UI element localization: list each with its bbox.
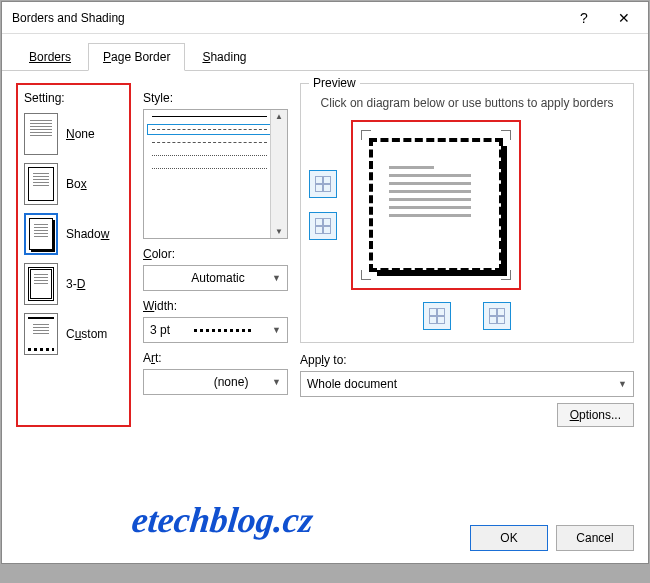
width-label: Width: (143, 299, 288, 313)
help-button[interactable]: ? (564, 3, 604, 33)
preview-legend: Preview (309, 76, 360, 90)
setting-none[interactable]: None (24, 113, 125, 155)
style-dotted[interactable] (152, 155, 267, 156)
tab-page-border[interactable]: Page Border (88, 43, 185, 71)
setting-custom-thumb (24, 313, 58, 355)
setting-shadow-label: Shadow (66, 227, 109, 241)
close-button[interactable]: ✕ (604, 3, 644, 33)
setting-shadow-thumb (24, 213, 58, 255)
setting-box-label: Box (66, 177, 87, 191)
apply-to-combo[interactable]: Whole document ▼ (300, 371, 634, 397)
setting-3d[interactable]: 3-D (24, 263, 125, 305)
art-combo[interactable]: (none) ▼ (143, 369, 288, 395)
width-value: 3 pt (150, 323, 170, 337)
color-combo[interactable]: Automatic ▼ (143, 265, 288, 291)
grid-icon (429, 308, 445, 324)
setting-panel: Setting: None Box Shadow 3-D Custom (16, 83, 131, 427)
border-right-button[interactable] (483, 302, 511, 330)
art-label: Art: (143, 351, 288, 365)
setting-custom[interactable]: Custom (24, 313, 125, 355)
scroll-up-icon[interactable]: ▲ (273, 110, 285, 123)
chevron-down-icon: ▼ (272, 273, 281, 283)
dialog-title: Borders and Shading (12, 11, 564, 25)
setting-3d-thumb (24, 263, 58, 305)
setting-shadow[interactable]: Shadow (24, 213, 125, 255)
setting-box-thumb (24, 163, 58, 205)
border-left-button[interactable] (423, 302, 451, 330)
setting-custom-label: Custom (66, 327, 107, 341)
grid-icon (315, 176, 331, 192)
border-bottom-button[interactable] (309, 212, 337, 240)
ok-button[interactable]: OK (470, 525, 548, 551)
style-label: Style: (143, 91, 288, 105)
style-solid[interactable] (152, 116, 267, 117)
options-button[interactable]: Options... (557, 403, 634, 427)
width-swatch (194, 329, 254, 332)
color-value: Automatic (191, 271, 244, 285)
apply-to-value: Whole document (307, 377, 397, 391)
style-dashed[interactable] (152, 129, 267, 130)
setting-none-thumb (24, 113, 58, 155)
grid-icon (315, 218, 331, 234)
chevron-down-icon: ▼ (272, 325, 281, 335)
preview-diagram[interactable] (351, 120, 521, 290)
tab-shading[interactable]: Shading (187, 43, 261, 71)
style-scrollbar[interactable]: ▲ ▼ (270, 110, 287, 238)
grid-icon (489, 308, 505, 324)
watermark: etechblog.cz (130, 499, 315, 541)
scroll-down-icon[interactable]: ▼ (273, 225, 285, 238)
cancel-button[interactable]: Cancel (556, 525, 634, 551)
art-value: (none) (214, 375, 249, 389)
apply-to-label: Apply to: (300, 353, 634, 367)
style-dashed-2[interactable] (152, 142, 267, 143)
style-dotted-2[interactable] (152, 168, 267, 169)
chevron-down-icon: ▼ (618, 379, 627, 389)
setting-label: Setting: (24, 91, 125, 105)
setting-none-label: None (66, 127, 95, 141)
style-listbox[interactable]: ▲ ▼ (143, 109, 288, 239)
setting-box[interactable]: Box (24, 163, 125, 205)
color-label: Color: (143, 247, 288, 261)
width-combo[interactable]: 3 pt ▼ (143, 317, 288, 343)
setting-3d-label: 3-D (66, 277, 85, 291)
border-top-button[interactable] (309, 170, 337, 198)
chevron-down-icon: ▼ (272, 377, 281, 387)
preview-hint: Click on diagram below or use buttons to… (309, 92, 625, 120)
tab-borders[interactable]: Borders (14, 43, 86, 71)
